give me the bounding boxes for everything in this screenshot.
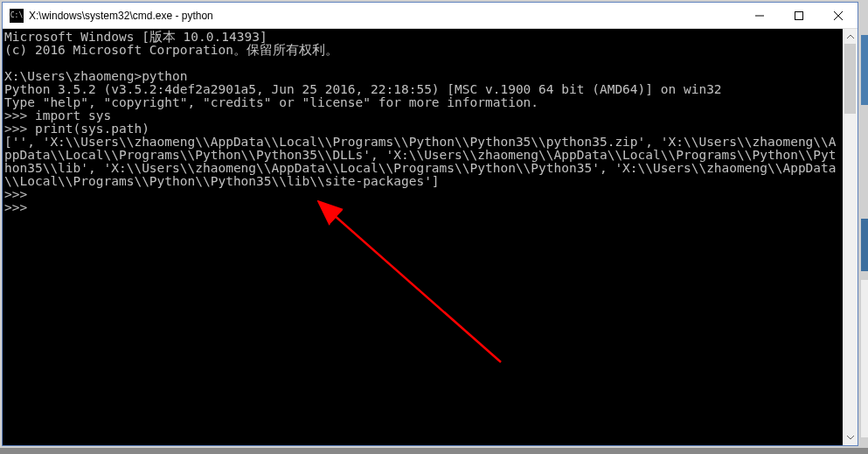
vertical-scrollbar[interactable] [843, 29, 858, 445]
close-icon [834, 11, 843, 20]
scroll-down-button[interactable] [843, 430, 858, 445]
close-button[interactable] [818, 3, 858, 28]
chevron-down-icon [847, 436, 854, 440]
maximize-button[interactable] [779, 3, 818, 28]
minimize-icon [755, 11, 764, 20]
chevron-up-icon [847, 34, 854, 38]
scroll-thumb[interactable] [844, 44, 856, 114]
terminal-output[interactable]: Microsoft Windows [版本 10.0.14393] (c) 20… [3, 29, 843, 445]
titlebar[interactable]: C:\ X:\windows\system32\cmd.exe - python [3, 3, 858, 29]
maximize-icon [795, 11, 803, 20]
window-controls [740, 3, 858, 28]
cmd-window: C:\ X:\windows\system32\cmd.exe - python… [2, 2, 858, 446]
bottom-strip [0, 448, 868, 454]
window-title: X:\windows\system32\cmd.exe - python [29, 10, 740, 22]
minimize-button[interactable] [740, 3, 779, 28]
background-fragments [861, 35, 868, 446]
bg-fragment [861, 219, 868, 271]
bg-fragment [861, 35, 868, 105]
svg-rect-1 [795, 11, 802, 19]
scroll-up-button[interactable] [843, 29, 858, 44]
cmd-icon: C:\ [10, 9, 24, 23]
scroll-track[interactable] [843, 44, 858, 430]
bg-fragment [861, 280, 868, 437]
terminal-area: Microsoft Windows [版本 10.0.14393] (c) 20… [3, 29, 858, 445]
